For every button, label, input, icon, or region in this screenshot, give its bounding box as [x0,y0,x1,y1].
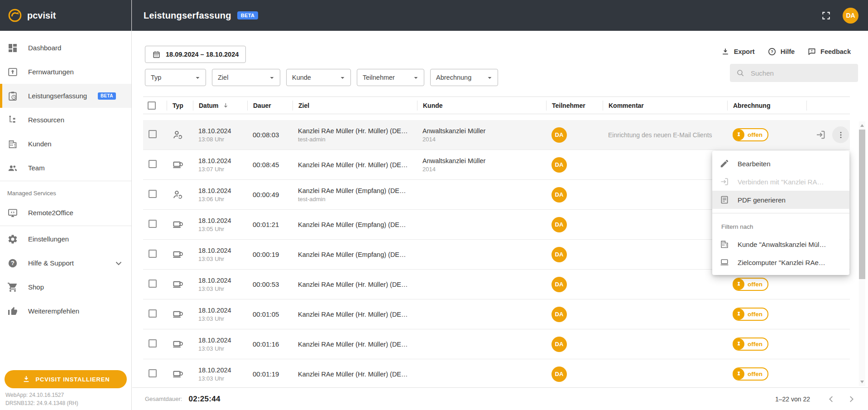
sidebar-item-hilfe-support[interactable]: ?Hilfe & Support [0,251,131,275]
dropdown-arrow-icon [485,73,494,82]
row-duration: 00:01:21 [253,221,279,228]
sidebar-item-leistungserfassung[interactable]: LeistungserfassungBETA [0,84,131,108]
menu-section-label: Filtern nach [712,217,849,235]
export-label: Export [734,48,755,55]
search-box[interactable] [730,64,858,82]
table-row[interactable]: 18.10.202413:03 Uhr00:01:19Kanzlei RAe M… [143,359,850,387]
row-checkbox[interactable] [149,220,157,228]
row-checkbox[interactable] [149,339,157,347]
column-header-abrechnung[interactable]: Abrechnung [727,101,806,111]
row-checkbox[interactable] [149,369,157,377]
menu-item-bearbeiten[interactable]: Bearbeiten [712,154,849,173]
document-icon [719,195,729,205]
app-logo[interactable]: pcvisit [0,0,131,31]
sidebar-item-dashboard[interactable]: Dashboard [0,36,131,60]
row-duration: 00:01:16 [253,340,279,348]
column-header-kommentar[interactable]: Kommentar [603,101,727,111]
select-all-checkbox[interactable] [148,101,156,110]
row-customer: Anwaltskanzlei Müller [422,157,546,164]
toolbar-actions: Export?HilfeFeedback [721,47,851,56]
row-checkbox[interactable] [149,309,157,318]
filter-label: Ziel [218,74,228,81]
sidebar-item-ressourcen[interactable]: Ressourcen [0,108,131,132]
billing-status-badge[interactable]: offen [733,367,768,381]
sidebar-item-shop[interactable]: Shop [0,275,131,299]
column-header-typ[interactable]: Typ [167,101,193,111]
column-header-dauer[interactable]: Dauer [247,101,293,111]
date-range-picker[interactable]: 18.09.2024 – 18.10.2024 [145,46,246,63]
row-target: Kanzlei RAe Müller (Hr. Müller) (DE… [298,341,417,348]
user-avatar[interactable]: DA [843,8,858,24]
menu-item-pdf-generieren[interactable]: PDF generieren [712,191,849,209]
billing-status-badge[interactable]: offen [733,128,768,141]
row-menu-button[interactable] [832,126,849,143]
billing-status-badge[interactable]: offen [733,308,768,321]
row-checkbox[interactable] [149,160,157,168]
table-row[interactable]: 18.10.202413:03 Uhr00:01:05Kanzlei RAe M… [143,299,850,329]
pagination-prev-button[interactable] [825,393,837,405]
sidebar-item-einstellungen[interactable]: Einstellungen [0,227,131,251]
search-input[interactable] [750,69,852,77]
row-checkbox[interactable] [149,190,157,198]
calendar-icon [152,50,161,59]
hourglass-icon [735,341,742,347]
sidebar-item-weiterempfehlen[interactable]: Weiterempfehlen [0,299,131,323]
menu-item-kunde-anwaltskanzlei-m-l[interactable]: Kunde "Anwaltskanzlei Mül… [712,235,849,253]
dots-vertical-icon [836,130,845,140]
row-comment [608,251,611,258]
column-header-datum[interactable]: Datum [193,101,247,111]
scrollbar-up-arrow-icon[interactable] [860,124,864,127]
webapp-version: WebApp: 24.10.16.1527 [5,391,78,400]
row-checkbox[interactable] [149,280,157,288]
scrollbar-down-arrow-icon[interactable] [860,381,864,383]
column-header-kunde[interactable]: Kunde [417,101,546,111]
row-checkbox[interactable] [149,130,157,138]
hilfe-label: Hilfe [781,48,795,55]
billing-status-badge[interactable]: offen [733,278,768,291]
menu-item-zielcomputer-kanzlei-rae[interactable]: Zielcomputer "Kanzlei RAe… [712,253,849,271]
row-checkbox[interactable] [149,250,157,258]
billing-status-label: offen [744,281,767,288]
table-row[interactable]: 18.10.202413:03 Uhr00:01:16Kanzlei RAe M… [143,329,850,359]
fullscreen-button[interactable] [821,10,831,21]
computer-session-icon [172,219,184,231]
pagination-next-button[interactable] [845,393,857,405]
hourglass-icon [735,131,742,138]
filter-teilnehmer[interactable]: Teilnehmer [357,69,424,86]
hourglass-badge-circle [733,129,744,140]
table-row[interactable]: 18.10.202413:08 Uhr00:08:03Kanzlei RAe M… [143,120,850,150]
remote2office-icon [7,207,18,218]
install-button[interactable]: PCVISIT INSTALLIEREN [5,370,127,388]
install-button-label: PCVISIT INSTALLIEREN [36,376,110,383]
sidebar-item-kunden[interactable]: Kunden [0,132,131,156]
building-icon [719,239,729,249]
filter-ziel[interactable]: Ziel [212,69,280,86]
sidebar-item-label: Leistungserfassung [28,92,87,100]
filter-kunde[interactable]: Kunde [286,69,351,86]
chevron-left-icon [826,394,836,404]
participant-avatar: DA [551,127,567,143]
export-button[interactable]: Export [721,47,755,56]
row-context-menu: BearbeitenVerbinden mit "Kanzlei RA…PDF … [712,151,849,275]
filter-typ[interactable]: Typ [145,69,206,86]
column-header-teilnehmer[interactable]: Teilnehmer [546,101,603,111]
sidebar-item-team[interactable]: Team [0,156,131,180]
feedback-button[interactable]: Feedback [807,47,851,56]
row-date: 18.10.2024 [198,277,247,284]
footer-bar: Gesamtdauer: 02:25:44 1–22 von 22 [132,387,868,410]
row-customer-sub: 2014 [422,166,546,173]
scrollbar[interactable] [859,121,865,386]
scrollbar-thumb[interactable] [859,130,865,279]
sidebar-item-fernwartungen[interactable]: Fernwartungen [0,60,131,84]
billing-status-badge[interactable]: offen [733,338,768,351]
row-comment: Einrichtung des neuen E-Mail Clients [608,131,715,139]
participant-avatar: DA [551,247,567,262]
menu-item-label: PDF generieren [738,196,786,204]
sidebar-item-remote2office[interactable]: Remote2Office [0,201,131,225]
filter-label: Abrechnung [436,74,471,81]
hilfe-button[interactable]: ?Hilfe [767,47,795,56]
connect-button[interactable] [815,129,826,140]
column-header-ziel[interactable]: Ziel [293,101,417,111]
sidebar-item-label: Remote2Office [28,209,73,217]
filter-abrechnung[interactable]: Abrechnung [430,69,498,86]
